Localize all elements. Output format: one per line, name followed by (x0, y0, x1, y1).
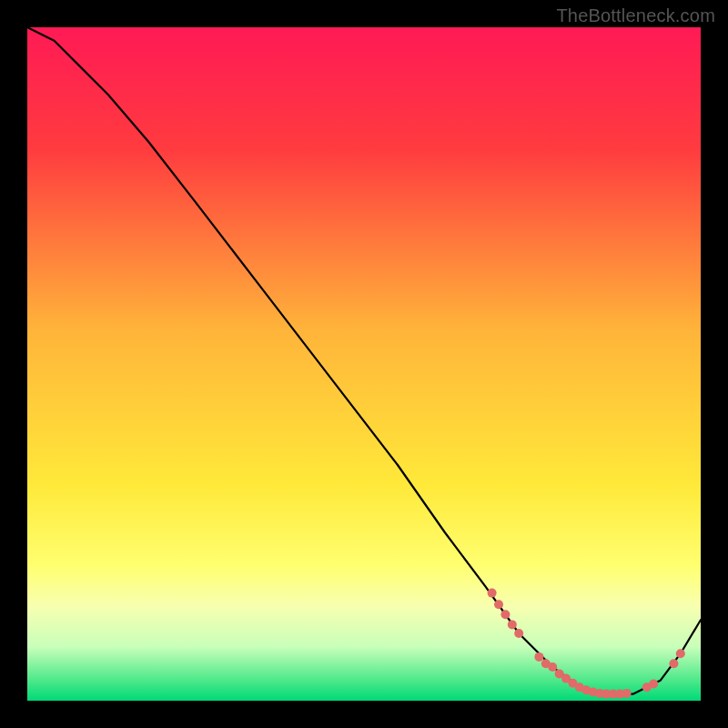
highlight-marker (622, 689, 632, 698)
highlight-marker (514, 629, 523, 638)
highlight-marker (649, 680, 658, 689)
highlight-marker (669, 659, 678, 668)
highlight-marker (676, 649, 685, 658)
highlight-marker (534, 652, 543, 662)
highlight-marker (494, 600, 503, 609)
curve-layer (27, 27, 701, 701)
plot-area (27, 27, 701, 701)
chart-frame: TheBottleneck.com (0, 0, 728, 728)
highlight-marker (500, 610, 510, 619)
highlight-marker (488, 589, 497, 598)
bottleneck-curve (27, 27, 701, 694)
highlight-marker (508, 620, 517, 629)
highlight-marker (548, 662, 557, 672)
watermark-label: TheBottleneck.com (556, 5, 715, 26)
highlight-markers (488, 589, 685, 699)
